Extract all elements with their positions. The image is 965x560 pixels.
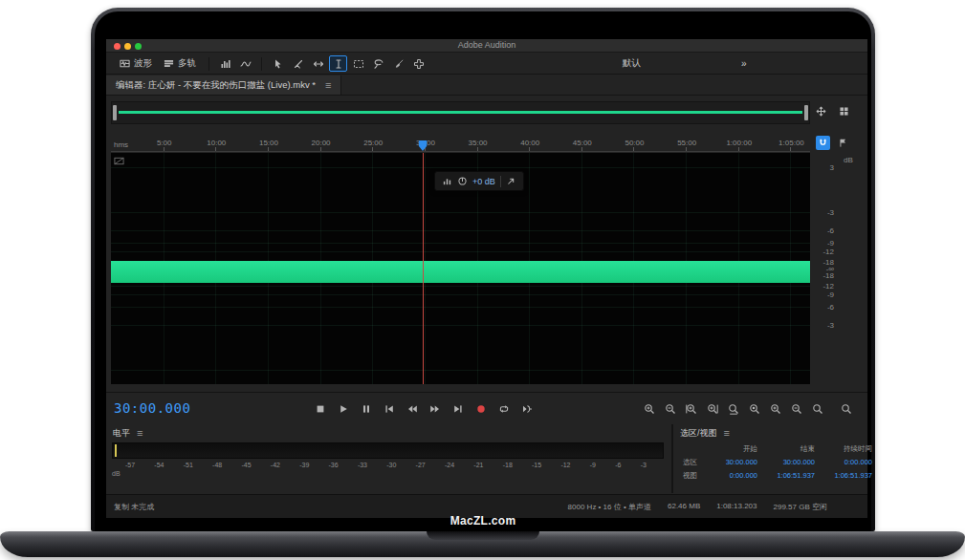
panel-menu-icon[interactable]: ≡ [724,428,730,439]
level-scale-label: -42 [271,462,280,468]
paintbrush-selection-tool[interactable] [389,55,407,72]
level-scale-label: -36 [329,462,339,468]
timeline-tick: 15:00 [268,147,269,151]
selection-value[interactable]: 1:06:51.937 [815,471,872,481]
fullscreen-button[interactable] [135,43,142,50]
zoom-in-at-out-point-button[interactable] [703,399,722,418]
selection-value[interactable]: 0:00.000 [815,458,872,467]
workspace-selector[interactable]: 默认 [623,57,641,70]
status-file-size: 62.46 MB [668,502,700,512]
levels-panel: 电平 ≡ -57-54-51-48-45-42-39-36-33-30-27-2… [106,424,671,493]
amplitude-label: -18 [811,271,834,280]
razor-tool[interactable] [289,55,307,72]
zoom-reset-button[interactable] [808,399,827,418]
zoom-out-amplitude-button[interactable] [787,399,806,418]
zoom-in-at-in-point-button[interactable] [682,399,701,418]
hud-gain-value[interactable]: +0 dB [472,177,495,186]
multitrack-view-label: 多轨 [178,57,196,70]
waveform-view-label: 波形 [134,57,152,70]
selection-value[interactable]: 0:00.000 [712,471,757,481]
selection-view-panel: 选区/视图 ≡ 开始结束持续时间选区30:00.00030:00.0000:00… [673,424,867,493]
navigator-right-handle[interactable] [804,105,808,120]
zoom-full-button[interactable] [745,399,764,418]
marquee-selection-tool[interactable] [349,55,367,72]
waveform-display[interactable]: +0 dB [111,153,810,384]
zoom-in-amplitude-button[interactable] [766,399,785,418]
level-scale-label: -48 [212,462,222,468]
snap-toggle-button[interactable] [816,136,830,150]
pause-button[interactable] [356,399,376,418]
timeline-ruler[interactable]: hms 5:0010:0015:0020:0025:0030:0035:0040… [111,138,810,152]
grid-line-horizontal [111,370,810,371]
level-scale-label: -54 [154,462,164,468]
move-playhead-previous-button[interactable] [379,399,399,418]
status-free-space: 299.57 GB 空闲 [774,502,827,512]
magnet-icon [818,138,828,148]
move-playhead-next-button[interactable] [448,399,468,418]
timeline-tick: 20:00 [320,147,321,151]
play-button[interactable] [333,399,353,418]
window-title: Adobe Audition [106,39,867,52]
selection-value[interactable]: 1:06:51.937 [757,471,815,481]
level-scale-label: -18 [503,462,513,468]
waveform-corner-icon [114,156,124,166]
stop-button[interactable] [310,399,330,418]
minimize-button[interactable] [124,43,131,50]
amplitude-label: -12 [811,282,834,291]
loop-playback-button[interactable] [493,399,514,418]
time-selection-tool[interactable] [329,55,347,72]
zoom-menu-button[interactable] [837,399,856,418]
panel-menu-icon[interactable]: ≡ [325,80,331,91]
lasso-selection-tool[interactable] [369,55,387,72]
playhead-line[interactable] [423,153,424,384]
move-tool[interactable] [269,55,287,72]
overview-grid-icon[interactable] [839,106,849,117]
level-scale-label: -21 [473,462,483,468]
timeline-tick: 55:00 [686,147,687,151]
amplitude-unit-label: dB [844,156,853,164]
status-format-info: 8000 Hz • 16 位 • 单声道 [568,502,651,512]
toolbar-overflow-button[interactable]: » [741,58,747,69]
editor-tab[interactable]: 编辑器: 庄心妍 - 不要在我的伤口撒盐 (Live).mkv * ≡ [106,75,341,95]
zoom-to-selection-button[interactable] [724,399,743,418]
grid-line-horizontal [111,251,810,252]
amplitude-ruler[interactable]: dB 3-3-6-9-12-18-∞-18-12-9-6-3 [811,153,867,384]
record-button[interactable] [471,399,491,418]
level-scale-label: -51 [184,462,193,468]
pitch-display-toggle[interactable] [236,55,254,72]
display-toggle-group [216,55,254,72]
multitrack-view-icon [164,58,174,69]
spectral-display-toggle[interactable] [216,55,234,72]
level-scale-label: -9 [590,462,596,468]
timeline-tick: 1:05:00 [790,147,791,151]
playhead-handle[interactable] [419,140,428,151]
hud-expand-icon[interactable] [506,176,516,186]
overview-pan-icon[interactable] [816,106,826,117]
skip-selection-button[interactable] [516,399,537,418]
rewind-button[interactable] [402,399,422,418]
zoom-in-button[interactable] [640,399,659,418]
timeline-tick: 35:00 [477,147,478,151]
multitrack-view-button[interactable]: 多轨 [158,56,202,71]
level-scale-label: -45 [241,462,251,468]
close-button[interactable] [114,43,121,50]
time-display[interactable]: 30:00.000 [114,400,190,416]
slip-tool[interactable] [309,55,327,72]
level-scale-label: -30 [386,462,396,468]
zoom-out-button[interactable] [661,399,680,418]
zoom-navigator[interactable] [111,101,810,124]
timeline-tick: 40:00 [529,147,530,151]
spot-healing-brush-tool[interactable] [409,55,428,72]
level-meter-peak [115,444,117,457]
waveform-view-button[interactable]: 波形 [114,56,158,71]
navigator-left-handle[interactable] [113,105,117,120]
volume-hud[interactable]: +0 dB [434,171,524,191]
volume-knob-icon[interactable] [457,176,468,186]
selection-value[interactable]: 30:00.000 [712,458,757,467]
grid-line-horizontal [111,243,810,244]
fast-forward-button[interactable] [425,399,445,418]
marker-button[interactable] [836,136,850,150]
panel-menu-icon[interactable]: ≡ [137,428,143,439]
timeline-tick: 45:00 [581,147,582,151]
selection-value[interactable]: 30:00.000 [757,458,815,467]
